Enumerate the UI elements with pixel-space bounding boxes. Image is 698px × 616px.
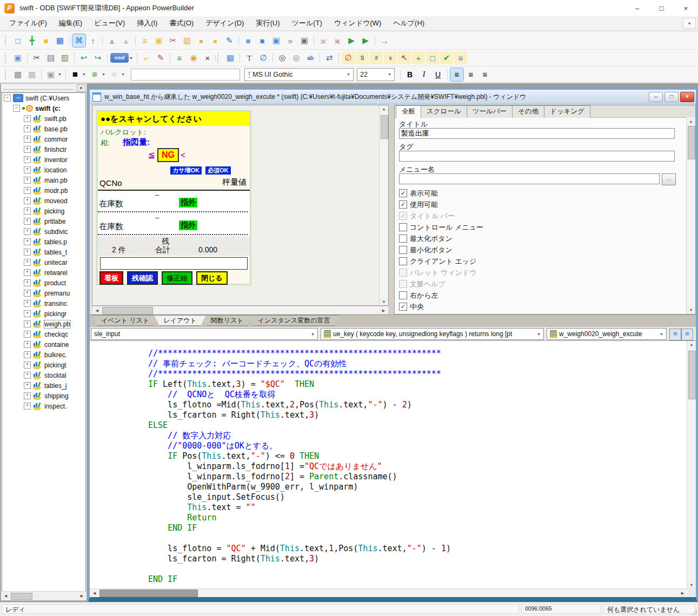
- align-dropdown-icon[interactable]: ▼: [57, 68, 63, 81]
- layer-up-icon[interactable]: ▩: [11, 68, 24, 81]
- property-checkbox-row[interactable]: 最小化ボタン: [399, 244, 681, 256]
- properties-tab[interactable]: 全般: [396, 105, 421, 118]
- tree-item[interactable]: + moveod: [2, 196, 85, 206]
- deploy-icon[interactable]: ↑: [87, 34, 99, 47]
- view-tab[interactable]: レイアウト: [154, 315, 205, 326]
- expand-icon[interactable]: +: [24, 361, 31, 369]
- chevron-down-icon[interactable]: ▼: [308, 332, 315, 336]
- collapse-icon[interactable]: −: [13, 105, 20, 112]
- clip-var-icon[interactable]: x: [384, 51, 397, 64]
- clip-window-icon[interactable]: ✂: [167, 34, 180, 47]
- mdi-restore-button[interactable]: □: [664, 92, 679, 102]
- clip-frame-icon[interactable]: □: [426, 51, 439, 64]
- text-color-icon[interactable]: ■: [69, 68, 82, 81]
- tree-item[interactable]: + swift.pb: [2, 113, 85, 124]
- system-tree[interactable]: − </> swift (C:¥Users − swift (c: + swif…: [2, 92, 86, 592]
- edit-source-icon[interactable]: ✎: [223, 34, 236, 47]
- paste-icon[interactable]: ▥: [58, 51, 71, 64]
- editor-vertical-scrollbar[interactable]: ▲ ▼: [687, 341, 696, 588]
- expand-icon[interactable]: +: [24, 156, 31, 163]
- scroll-up-icon[interactable]: ▲: [380, 105, 388, 112]
- property-checkbox-row[interactable]: クライアント エッジ: [399, 256, 681, 267]
- scroll-up-icon[interactable]: ▲: [687, 118, 695, 125]
- tree-item[interactable]: + tables.p: [2, 237, 85, 247]
- cmd-dropdown-icon[interactable]: ▼: [128, 51, 134, 64]
- kanban-button[interactable]: 看板: [99, 271, 123, 285]
- db-profile-icon[interactable]: ●: [195, 34, 208, 47]
- clip-select-icon[interactable]: ↖: [398, 51, 411, 64]
- expand-icon[interactable]: +: [24, 290, 31, 297]
- scrollbar-thumb[interactable]: [102, 307, 153, 314]
- close-button[interactable]: ×: [674, 0, 698, 16]
- null-doc-icon[interactable]: ∅: [257, 51, 270, 64]
- maximize-button[interactable]: □: [649, 0, 674, 16]
- scrollbar-thumb[interactable]: [99, 590, 198, 597]
- checkbox-icon[interactable]: [399, 189, 407, 197]
- clip-check-icon[interactable]: ✔: [440, 51, 453, 64]
- menu-name-property-input[interactable]: [399, 173, 660, 184]
- expand-icon[interactable]: +: [24, 238, 31, 245]
- expand-icon[interactable]: +: [24, 249, 31, 256]
- properties-tab[interactable]: スクロール: [421, 105, 467, 118]
- layer-down-icon[interactable]: ▩: [25, 68, 38, 81]
- expand-icon[interactable]: +: [24, 136, 31, 143]
- minimize-button[interactable]: –: [625, 0, 649, 16]
- checkbox-icon[interactable]: [399, 212, 407, 220]
- tree-item[interactable]: + shipping: [2, 391, 85, 401]
- toolbar-icon[interactable]: [5, 53, 8, 63]
- sort-icon[interactable]: ≡: [173, 51, 186, 64]
- tree-item[interactable]: + picking: [2, 206, 85, 216]
- expand-icon[interactable]: +: [24, 146, 31, 153]
- next-warning-icon[interactable]: ▲: [105, 34, 118, 47]
- scroll-right-icon[interactable]: ▶: [679, 590, 687, 597]
- datawindow-painter-icon[interactable]: ▣: [270, 34, 283, 47]
- object-select[interactable]: sle_input ▼: [91, 328, 318, 340]
- property-checkbox-row[interactable]: 右から左: [399, 290, 681, 301]
- expand-icon[interactable]: +: [24, 279, 31, 286]
- border-color-dropdown-icon[interactable]: ▼: [120, 68, 126, 81]
- property-checkbox-row[interactable]: パレット ウィンドウ: [399, 267, 681, 278]
- tree-item[interactable]: + pritlabe: [2, 216, 85, 226]
- property-checkbox-row[interactable]: 表示可能: [399, 188, 681, 199]
- layout-design-pane[interactable]: ●●をスキャンしてください バルクロット: 相: 指図量: ≦ NG < カサ増…: [92, 105, 389, 306]
- clip-add-icon[interactable]: +: [412, 51, 425, 64]
- clip-sql-icon[interactable]: S: [356, 51, 369, 64]
- align-left-button[interactable]: ≡: [450, 68, 463, 81]
- property-checkbox-row[interactable]: 最大化ボタン: [399, 233, 681, 244]
- expand-icon[interactable]: +: [24, 341, 31, 348]
- menu-item[interactable]: 実行(U): [250, 16, 285, 30]
- menu-item[interactable]: 編集(E): [53, 16, 88, 30]
- scrollbar-thumb[interactable]: [688, 126, 695, 159]
- italic-button[interactable]: I: [417, 68, 430, 81]
- redo-icon[interactable]: ↪: [91, 51, 104, 64]
- fill-color-dropdown-icon[interactable]: ▼: [101, 68, 107, 81]
- property-checkbox-row[interactable]: コントロール メニュー: [399, 222, 681, 233]
- property-checkbox-row[interactable]: 中央: [399, 301, 681, 312]
- cut-icon[interactable]: ✂: [30, 51, 43, 64]
- library-painter-icon[interactable]: ▦: [54, 34, 67, 47]
- copy-icon[interactable]: ▤: [44, 51, 57, 64]
- chevron-down-icon[interactable]: ▼: [534, 332, 541, 336]
- tree-item[interactable]: + subdivic: [2, 226, 85, 237]
- clip-calc-icon[interactable]: #: [370, 51, 383, 64]
- chevron-down-icon[interactable]: ▼: [383, 72, 391, 76]
- window-select[interactable]: w_weigh0020_weigh_excute ▼: [547, 328, 667, 340]
- event-select[interactable]: ue_key ( keycode key, unsignedlong keyfl…: [321, 328, 544, 340]
- expand-icon[interactable]: +: [24, 125, 31, 132]
- expand-icon[interactable]: +: [24, 197, 31, 204]
- text-value-input[interactable]: [131, 69, 240, 81]
- checkbox-icon[interactable]: [399, 223, 407, 231]
- menu-item[interactable]: ウィンドウ(W): [328, 16, 387, 30]
- tree-item[interactable]: + stocktal: [2, 370, 85, 380]
- script-split-button[interactable]: ≡: [681, 329, 693, 340]
- properties-tab[interactable]: ツールバー: [467, 105, 513, 118]
- expand-icon[interactable]: +: [24, 382, 31, 389]
- scrollbar-thumb[interactable]: [688, 351, 696, 399]
- align-right-button[interactable]: ≡: [478, 68, 491, 81]
- scroll-right-icon[interactable]: ▶: [78, 592, 86, 599]
- underline-button[interactable]: U: [431, 68, 444, 81]
- open-icon[interactable]: ■: [39, 34, 52, 47]
- font-size-select[interactable]: 22 ▼: [357, 68, 395, 81]
- tree-item[interactable]: + base.pb: [2, 124, 85, 134]
- debug-icon[interactable]: ж: [317, 34, 330, 47]
